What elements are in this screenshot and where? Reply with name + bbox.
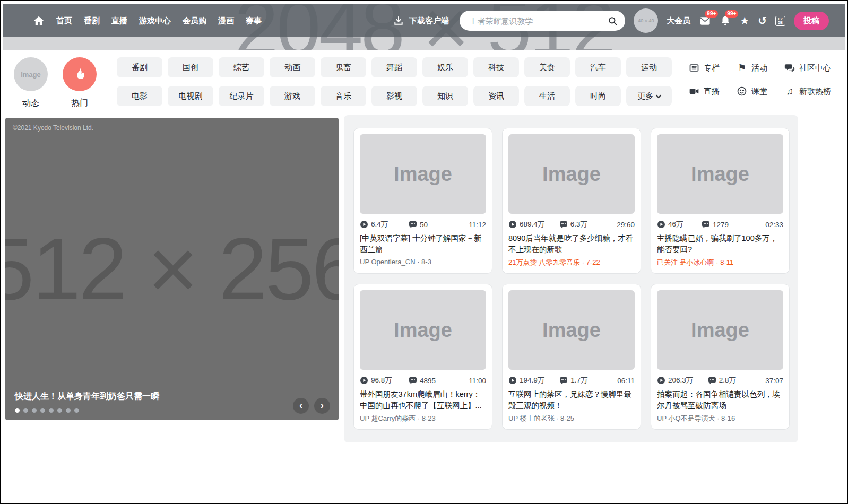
- category-button[interactable]: 娱乐: [422, 57, 468, 77]
- category-button[interactable]: 音乐: [321, 86, 366, 106]
- video-duration: 37:07: [765, 377, 783, 385]
- nav-link[interactable]: 直播: [111, 16, 127, 26]
- favorites-star-icon[interactable]: ★: [740, 15, 749, 26]
- video-stats: 194.9万 1.7万 06:11: [508, 376, 635, 385]
- video-stats: 96.8万 4895 11:00: [360, 376, 486, 385]
- comment-count: 4895: [409, 376, 436, 385]
- comment-count: 1.7万: [559, 376, 587, 385]
- category-button[interactable]: 汽车: [575, 57, 621, 77]
- more-label: 更多: [638, 91, 654, 101]
- hot-button[interactable]: [63, 57, 97, 91]
- search-input[interactable]: [469, 16, 608, 25]
- history-icon[interactable]: ↺: [758, 15, 767, 26]
- carousel-dot[interactable]: [15, 408, 20, 413]
- nav-link[interactable]: 赛事: [246, 16, 262, 26]
- carousel-dot[interactable]: [49, 408, 54, 413]
- more-categories-button[interactable]: 更多: [626, 86, 672, 106]
- category-button[interactable]: 番剧: [117, 57, 162, 77]
- carousel-copyright: ©2021 Kyodo Television Ltd.: [13, 124, 93, 132]
- video-card[interactable]: Image 96.8万 4895 11:00: [353, 284, 492, 430]
- carousel-dot[interactable]: [57, 408, 62, 413]
- category-button[interactable]: 影视: [371, 86, 417, 106]
- play-count: 206.3万: [657, 376, 693, 385]
- quick-link-column[interactable]: 专栏: [689, 63, 720, 73]
- quick-link-classroom[interactable]: 课堂: [737, 86, 767, 97]
- message-icon[interactable]: 99+: [699, 15, 711, 27]
- category-button[interactable]: 电影: [117, 86, 162, 106]
- download-client-link[interactable]: 下载客户端: [409, 16, 449, 26]
- video-duration: 11:00: [469, 377, 486, 385]
- quick-link-activity[interactable]: ⚑ 活动: [737, 63, 767, 73]
- carousel-dots: [15, 408, 79, 413]
- carousel[interactable]: ©2021 Kyodo Television Ltd. 512 × 256 快进…: [5, 118, 339, 420]
- play-count: 6.4万: [360, 220, 388, 229]
- video-meta: UP 小Q不是导演犬 · 8-16: [657, 414, 783, 423]
- glyph-box-icon[interactable]: F2 5E: [775, 16, 785, 26]
- video-title: 8090后当年就是吃了多少细糖，才看不上现在的新歌: [508, 233, 635, 255]
- carousel-next-button[interactable]: ›: [314, 398, 330, 414]
- category-button[interactable]: 生活: [524, 86, 570, 106]
- nav-link[interactable]: 会员购: [183, 16, 206, 26]
- category-button[interactable]: 知识: [422, 86, 468, 106]
- feed-label: 动态: [22, 98, 39, 109]
- nav-link[interactable]: 番剧: [84, 16, 100, 26]
- nav-link[interactable]: 漫画: [218, 16, 234, 26]
- category-button[interactable]: 动画: [270, 57, 315, 77]
- video-stats: 206.3万 2.8万 37:07: [657, 376, 783, 385]
- quick-link-music-chart[interactable]: ♫ 新歌热榜: [784, 86, 831, 97]
- video-stats: 6.4万 50 11:12: [360, 220, 486, 229]
- quick-link-live[interactable]: 直播: [689, 86, 720, 97]
- nav-link[interactable]: 游戏中心: [139, 16, 171, 26]
- video-card[interactable]: Image 46万 1279 02:33: [651, 128, 790, 274]
- carousel-dot[interactable]: [23, 408, 28, 413]
- category-button[interactable]: 综艺: [219, 57, 264, 77]
- glyph-box-top: F2: [778, 17, 782, 21]
- nav-left-links: 首页番剧直播游戏中心会员购漫画赛事: [33, 15, 262, 27]
- bell-icon[interactable]: 99+: [720, 15, 731, 27]
- video-card[interactable]: Image 689.4万 6.3万 29:60: [502, 128, 641, 274]
- category-button[interactable]: 舞蹈: [371, 57, 417, 77]
- user-avatar[interactable]: 40 × 40: [634, 8, 658, 33]
- video-thumbnail: Image: [657, 290, 783, 370]
- video-card[interactable]: Image 206.3万 2.8万 37:07: [651, 284, 790, 430]
- carousel-dot[interactable]: [74, 408, 79, 413]
- upload-submit-button[interactable]: 投稿: [794, 12, 829, 30]
- play-count: 96.8万: [360, 376, 392, 385]
- message-badge: 99+: [705, 10, 718, 18]
- comment-icon: [559, 220, 568, 229]
- play-icon: [657, 376, 665, 385]
- video-title: 拍案而起：各国争相谴责以色列，埃尔丹被骂至破防离场: [657, 389, 783, 411]
- category-button[interactable]: 国创: [168, 57, 213, 77]
- category-button[interactable]: 美食: [524, 57, 570, 77]
- quick-link-community[interactable]: 社区中心: [784, 63, 831, 73]
- category-button[interactable]: 资讯: [473, 86, 519, 106]
- category-button[interactable]: 鬼畜: [321, 57, 366, 77]
- feed-avatar[interactable]: Image: [14, 57, 48, 91]
- chevron-down-icon: [655, 92, 661, 98]
- notification-badge: 99+: [725, 10, 738, 18]
- category-button[interactable]: 运动: [626, 57, 672, 77]
- video-card[interactable]: Image 6.4万 50 11:12: [353, 128, 492, 274]
- category-button[interactable]: 游戏: [270, 86, 315, 106]
- nav-link[interactable]: 首页: [56, 16, 72, 26]
- category-button[interactable]: 纪录片: [219, 86, 264, 106]
- carousel-placeholder-text: 512 × 256: [5, 219, 339, 319]
- video-thumbnail: Image: [508, 290, 635, 370]
- search-icon[interactable]: [608, 16, 618, 26]
- carousel-dot[interactable]: [32, 408, 37, 413]
- video-stats: 689.4万 6.3万 29:60: [508, 220, 635, 229]
- video-card[interactable]: Image 194.9万 1.7万 06:11: [502, 284, 641, 430]
- video-duration: 29:60: [617, 221, 635, 229]
- download-icon[interactable]: [393, 15, 404, 26]
- category-button[interactable]: 科技: [473, 57, 519, 77]
- home-icon[interactable]: [33, 15, 45, 27]
- category-button[interactable]: 时尚: [575, 86, 621, 106]
- comment-count: 1279: [702, 220, 729, 229]
- carousel-prev-button[interactable]: ‹: [293, 398, 309, 414]
- category-button[interactable]: 电视剧: [168, 86, 213, 106]
- quick-links: 专栏 ⚑ 活动 社区中心 直播 课堂 ♫ 新歌热榜: [689, 57, 831, 97]
- vip-link[interactable]: 大会员: [667, 16, 690, 26]
- carousel-dot[interactable]: [66, 408, 71, 413]
- comment-count: 6.3万: [559, 220, 587, 229]
- carousel-dot[interactable]: [40, 408, 45, 413]
